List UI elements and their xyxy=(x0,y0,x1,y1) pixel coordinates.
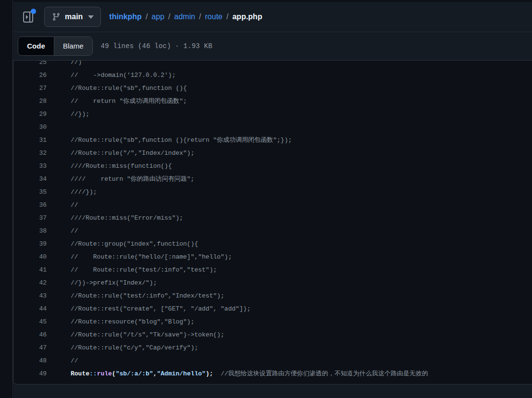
line-number[interactable]: 32 xyxy=(13,147,47,160)
breadcrumb-separator: / xyxy=(164,12,174,21)
notification-dot xyxy=(31,9,36,14)
file-stats: 49 lines (46 loc) · 1.93 KB xyxy=(101,42,212,50)
line-number[interactable]: 33 xyxy=(13,160,47,173)
breadcrumb: thinkphp / app / admin / route / app.php xyxy=(109,12,262,21)
code-line: 42//})->prefix("Index/"); xyxy=(13,276,532,289)
line-number[interactable]: 30 xyxy=(13,121,47,134)
code-line-content: //) xyxy=(47,60,82,69)
code-line: 31//Route::rule("sb",function (){return … xyxy=(13,134,532,147)
code-line-content: //Route::rule("c/y","Cap/verify"); xyxy=(47,341,198,354)
code-line-content: //}); xyxy=(47,108,89,121)
code-line: 43//Route::rule("test/:info","Index/test… xyxy=(13,289,532,302)
code-line-content: // ->domain('127.0.0.2'); xyxy=(47,69,175,82)
line-number[interactable]: 44 xyxy=(13,302,47,315)
line-number[interactable]: 48 xyxy=(13,354,47,367)
code-line: 49Route::rule("sb/:a/:b","Admin/hello");… xyxy=(13,367,532,380)
code-line: 34//// return "你的路由访问有问题"; xyxy=(13,173,532,186)
code-line: 26// ->domain('127.0.0.2'); xyxy=(13,69,532,82)
line-number[interactable]: 40 xyxy=(13,250,47,263)
line-number[interactable]: 31 xyxy=(13,134,47,147)
code-line: 44//Route::rest("create", ["GET", "/add"… xyxy=(13,302,532,315)
code-line: 47//Route::rule("c/y","Cap/verify"); xyxy=(13,341,532,354)
line-number[interactable]: 36 xyxy=(13,199,47,211)
line-number[interactable]: 34 xyxy=(13,173,47,186)
code-lines: 25//)26// ->domain('127.0.0.2');27//Rout… xyxy=(13,60,532,380)
line-number[interactable]: 47 xyxy=(13,341,47,354)
code-line: 48// xyxy=(13,354,532,367)
line-number[interactable]: 27 xyxy=(13,82,47,95)
line-number[interactable]: 28 xyxy=(13,95,47,108)
line-number[interactable]: 37 xyxy=(13,211,47,224)
line-number[interactable]: 38 xyxy=(13,224,47,237)
code-line: 28// return "你成功调用闭包函数"; xyxy=(13,95,532,108)
tab-blame[interactable]: Blame xyxy=(54,37,92,55)
file-header: main thinkphp / app / admin / route / ap… xyxy=(13,2,532,32)
code-line: 35////}); xyxy=(13,186,532,199)
code-container: 25//)26// ->domain('127.0.0.2');27//Rout… xyxy=(13,60,532,385)
line-number[interactable]: 39 xyxy=(13,237,47,250)
code-line-content: //Route::rest("create", ["GET", "/add", … xyxy=(47,302,250,315)
code-line-content: // Route::rule("hello/[:name]","hello"); xyxy=(47,250,232,263)
breadcrumb-separator: / xyxy=(223,12,232,21)
code-line-content: //Route::rule("test/:info","Index/test")… xyxy=(47,289,224,302)
code-line: 40// Route::rule("hello/[:name]","hello"… xyxy=(13,250,532,263)
breadcrumb-dir-link-admin[interactable]: admin xyxy=(174,12,196,21)
code-line: 33////Route::miss(function(){ xyxy=(13,160,532,173)
code-line-content: //})->prefix("Index/"); xyxy=(47,276,157,289)
code-line-content: //Route::rule("/","Index/index"); xyxy=(47,147,194,160)
breadcrumb-current-file: app.php xyxy=(232,12,262,21)
code-line-content: //Route::rule("/t/s","Tk/save")->token()… xyxy=(47,328,224,341)
code-line-content: ////Route::miss(function(){ xyxy=(47,160,172,173)
line-number[interactable]: 25 xyxy=(13,60,47,69)
code-line-content: //Route::rule("sb",function (){ xyxy=(47,82,187,95)
code-line: 25//) xyxy=(13,60,532,69)
code-line-content: // xyxy=(47,199,78,211)
breadcrumb-separator: / xyxy=(195,12,205,21)
code-line-content: // xyxy=(47,224,78,237)
line-number[interactable]: 49 xyxy=(13,367,47,380)
code-blame-segmented-control: Code Blame xyxy=(18,37,93,56)
code-line-content: Route::rule("sb/:a/:b","Admin/hello"); /… xyxy=(47,367,428,380)
file-toolbar: Code Blame 49 lines (46 loc) · 1.93 KB xyxy=(13,32,532,60)
line-number[interactable]: 29 xyxy=(13,108,47,121)
breadcrumb-dir-link-route[interactable]: route xyxy=(205,12,223,21)
code-line: 37////Route::miss("Error/miss"); xyxy=(13,211,532,224)
code-line: 32//Route::rule("/","Index/index"); xyxy=(13,147,532,160)
code-line: 41// Route::rule("test/:info","test"); xyxy=(13,263,532,276)
code-line: 29//}); xyxy=(13,108,532,121)
code-line-content: //// return "你的路由访问有问题"; xyxy=(47,173,194,186)
line-number[interactable]: 26 xyxy=(13,69,47,82)
left-rail xyxy=(0,0,13,398)
code-line-content: //Route::rule("sb",function (){return "你… xyxy=(47,134,292,147)
line-number[interactable]: 41 xyxy=(13,263,47,276)
breadcrumb-repo-link[interactable]: thinkphp xyxy=(109,12,142,21)
code-line-content: //Route::resource("blog","Blog"); xyxy=(47,315,194,328)
line-number[interactable]: 46 xyxy=(13,328,47,341)
file-tree-toggle-button[interactable] xyxy=(20,8,37,25)
line-number[interactable]: 35 xyxy=(13,186,47,199)
breadcrumb-dir-link-app[interactable]: app xyxy=(151,12,164,21)
code-line-content: ////}); xyxy=(47,186,97,199)
code-line: 36// xyxy=(13,199,532,211)
code-line: 46//Route::rule("/t/s","Tk/save")->token… xyxy=(13,328,532,341)
code-line: 39//Route::group("index",function(){ xyxy=(13,237,532,250)
code-line-content: // Route::rule("test/:info","test"); xyxy=(47,263,217,276)
file-view-panel: main thinkphp / app / admin / route / ap… xyxy=(13,2,532,398)
code-line: 45//Route::resource("blog","Blog"); xyxy=(13,315,532,328)
breadcrumb-separator: / xyxy=(142,12,151,21)
code-line: 27//Route::rule("sb",function (){ xyxy=(13,82,532,95)
code-line-content: //Route::group("index",function(){ xyxy=(47,237,198,250)
git-branch-icon xyxy=(52,12,61,21)
branch-selector-button[interactable]: main xyxy=(44,7,101,27)
code-line-content: // return "你成功调用闭包函数"; xyxy=(47,95,187,108)
code-line-content xyxy=(47,121,71,134)
code-line: 30 xyxy=(13,121,532,134)
code-line-content: // xyxy=(47,354,78,367)
branch-name: main xyxy=(65,12,83,21)
code-line: 38// xyxy=(13,224,532,237)
code-line-content: ////Route::miss("Error/miss"); xyxy=(47,211,183,224)
tab-code[interactable]: Code xyxy=(18,37,54,55)
line-number[interactable]: 45 xyxy=(13,315,47,328)
line-number[interactable]: 42 xyxy=(13,276,47,289)
line-number[interactable]: 43 xyxy=(13,289,47,302)
